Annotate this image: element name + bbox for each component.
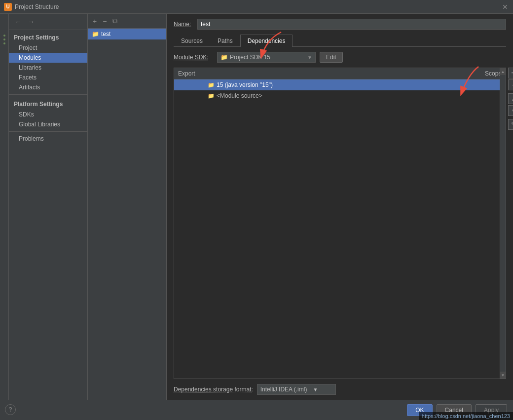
sidebar-item-problems[interactable]: Problems: [9, 134, 87, 144]
col-name: [208, 70, 462, 77]
module-item-test[interactable]: 📁 test: [88, 29, 166, 39]
deps-folder-icon-1: 📁: [208, 82, 215, 88]
sdk-folder-icon: 📁: [220, 54, 228, 61]
module-item-label: test: [101, 31, 110, 38]
sdk-select[interactable]: 📁 Project SDK 15 ▼: [217, 52, 316, 63]
tabs-bar: Sources Paths Dependencies: [174, 35, 506, 47]
storage-label: Dependencies storage format:: [174, 386, 253, 393]
tab-dependencies[interactable]: Dependencies: [240, 35, 293, 47]
nav-toolbar: ← →: [9, 14, 87, 30]
add-module-button[interactable]: +: [91, 16, 99, 26]
copy-module-button[interactable]: ⧉: [110, 16, 119, 26]
deps-row-module-source[interactable]: 📁 <Module source>: [174, 90, 506, 101]
module-list-toolbar: + − ⧉: [88, 14, 166, 29]
name-label: Name:: [174, 21, 193, 28]
deps-row-sdk[interactable]: 📁 15 (java version "15"): [174, 79, 506, 90]
move-up-button[interactable]: ▲: [508, 93, 513, 104]
scroll-down-button[interactable]: ▼: [500, 372, 506, 379]
deps-row-name-2: 📁 <Module source>: [208, 92, 462, 99]
deps-row-label-2: <Module source>: [217, 92, 262, 99]
edit-dep-button[interactable]: ✎: [508, 119, 513, 130]
add-dep-button[interactable]: +: [508, 68, 513, 78]
title-bar-text: Project Structure: [15, 3, 59, 10]
sdk-select-inner: 📁 Project SDK 15: [220, 54, 305, 61]
sdk-edit-button[interactable]: Edit: [320, 52, 343, 63]
remove-dep-button[interactable]: −: [508, 79, 513, 90]
sidebar-item-global-libraries[interactable]: Global Libraries: [9, 119, 87, 129]
left-panel: ← → Project Settings Project Modules Lib…: [9, 14, 88, 400]
storage-format-row: Dependencies storage format: IntelliJ ID…: [174, 384, 506, 395]
sdk-row: Module SDK: 📁 Project SDK 15 ▼ Edit: [174, 52, 506, 63]
platform-settings-header: Platform Settings: [9, 97, 87, 110]
sdk-value: Project SDK 15: [230, 54, 270, 61]
forward-button[interactable]: →: [26, 17, 37, 27]
help-button[interactable]: ?: [5, 404, 16, 415]
scrollbar: ▲ ▼: [500, 68, 506, 379]
sdk-chevron-icon: ▼: [307, 55, 312, 60]
tab-sources[interactable]: Sources: [174, 35, 210, 47]
deps-folder-icon-2: 📁: [208, 93, 215, 99]
right-content: Name: Sources Paths Dependencies Module …: [167, 14, 513, 400]
module-list-pane: + − ⧉ 📁 test: [88, 14, 167, 400]
sidebar-item-modules[interactable]: Modules: [9, 53, 87, 63]
deps-area: Export Scope 📁 15 (java version "15"): [174, 68, 506, 379]
deps-table: Export Scope 📁 15 (java version "15"): [174, 68, 506, 379]
app-icon: U: [4, 3, 12, 11]
indicator-dot-2: [3, 38, 5, 40]
table-action-buttons: + − ▲ ▼ ✎: [508, 68, 513, 130]
sidebar-item-sdks[interactable]: SDKs: [9, 110, 87, 119]
sidebar-item-facets[interactable]: Facets: [9, 73, 87, 82]
module-folder-icon: 📁: [92, 31, 99, 38]
deps-row-name-1: 📁 15 (java version "15"): [208, 81, 462, 88]
name-input[interactable]: [197, 19, 506, 30]
sidebar-item-libraries[interactable]: Libraries: [9, 63, 87, 73]
indicator-dot-3: [3, 42, 5, 44]
divider-1: [9, 94, 87, 95]
move-down-button[interactable]: ▼: [508, 105, 513, 116]
app-window: U Project Structure ✕ ← → Project Settin…: [0, 0, 513, 420]
project-settings-header: Project Settings: [9, 30, 87, 43]
remove-module-button[interactable]: −: [101, 16, 109, 26]
module-sdk-label: Module SDK:: [174, 54, 213, 61]
deps-table-header: Export Scope: [174, 68, 506, 79]
deps-row-label-1: 15 (java version "15"): [217, 81, 273, 88]
name-row: Name:: [174, 19, 506, 30]
col-scope: Scope: [462, 70, 502, 77]
title-bar: U Project Structure ✕: [0, 0, 513, 14]
scroll-up-button[interactable]: ▲: [500, 68, 506, 75]
storage-chevron-icon: ▼: [313, 387, 318, 392]
storage-value: IntelliJ IDEA (.iml): [260, 386, 307, 393]
tab-paths[interactable]: Paths: [210, 35, 240, 47]
close-button[interactable]: ✕: [501, 3, 509, 11]
indicator-dot-1: [3, 35, 5, 37]
back-button[interactable]: ←: [13, 17, 24, 27]
storage-select[interactable]: IntelliJ IDEA (.iml) ▼: [257, 384, 336, 395]
scroll-track: [500, 75, 506, 372]
divider-2: [9, 131, 87, 132]
sidebar-item-project[interactable]: Project: [9, 43, 87, 53]
url-bar: https://blog.csdn.net/jiaona_chen123: [419, 412, 513, 420]
left-indicator-bar: [0, 14, 9, 400]
col-export: Export: [178, 70, 208, 77]
sidebar-item-artifacts[interactable]: Artifacts: [9, 82, 87, 92]
